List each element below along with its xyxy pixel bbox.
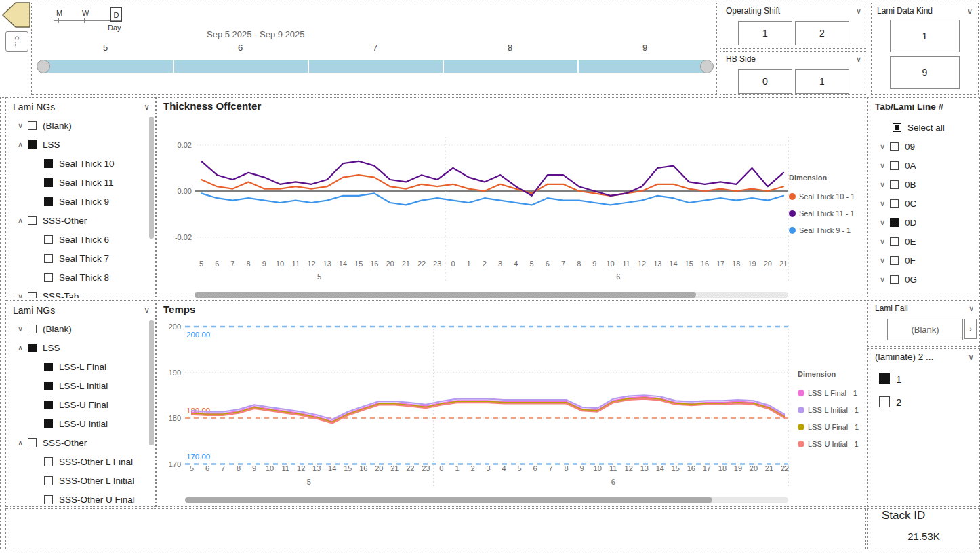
chevron-down-icon[interactable]: ∨ xyxy=(875,161,890,170)
chevron-down-icon[interactable]: ∨ xyxy=(967,7,973,15)
lami-ngs-top-item-seal-thick-8[interactable]: Seal Thick 8 xyxy=(6,268,155,287)
checkbox-unchecked[interactable] xyxy=(28,216,37,225)
select-all-checkbox[interactable] xyxy=(893,123,901,132)
lami-ngs-bottom-item-lss-u-intial[interactable]: LSS-U Intial xyxy=(6,414,155,433)
back-arrow-icon[interactable] xyxy=(1,1,31,28)
checkbox-unchecked[interactable] xyxy=(890,161,899,170)
lami-ngs-top-item-seal-thick-9[interactable]: Seal Thick 9 xyxy=(6,192,155,211)
chevron-right-button[interactable]: › xyxy=(964,319,977,339)
date-range-slider-track[interactable] xyxy=(38,60,712,73)
checkbox-unchecked[interactable] xyxy=(890,275,899,284)
lami-ngs-top-item-seal-thick-10[interactable]: Seal Thick 10 xyxy=(6,154,155,173)
legend-item[interactable]: Seal Thick 10 - 1 xyxy=(789,188,877,205)
lami-ngs-bottom-item-sss-other-u-final[interactable]: SSS-Other U Final xyxy=(6,490,155,506)
checkbox-unchecked[interactable] xyxy=(44,457,53,466)
checkbox-checked[interactable] xyxy=(44,363,53,371)
chevron-down-icon[interactable]: ∨ xyxy=(968,353,974,361)
chevron-down-icon[interactable]: ∨ xyxy=(875,142,890,151)
lami-ngs-bottom-item-lss-l-final[interactable]: LSS-L Final xyxy=(6,357,155,376)
laminate-item-2[interactable]: 2 xyxy=(876,390,979,413)
chevron-up-icon[interactable]: ∧ xyxy=(13,344,28,352)
lami-ngs-top-item--blank-[interactable]: ∨(Blank) xyxy=(6,116,155,135)
lami-ngs-bottom-item-sss-other-l-final[interactable]: SSS-Other L Final xyxy=(6,452,155,471)
chevron-down-icon[interactable]: ∨ xyxy=(875,180,890,189)
lami-ngs-top-item-seal-thick-11[interactable]: Seal Thick 11 xyxy=(6,173,155,192)
tab-lami-line-item-0c[interactable]: ∨0C xyxy=(868,194,979,213)
horizontal-scrollbar[interactable] xyxy=(185,497,788,503)
tab-lami-line-item-0g[interactable]: ∨0G xyxy=(868,270,979,289)
hb-side-option-1[interactable]: 1 xyxy=(795,69,849,94)
tab-lami-line-item-0d[interactable]: ∨0D xyxy=(868,213,979,232)
operating-shift-option-1[interactable]: 1 xyxy=(738,21,792,45)
lami-data-kind-option-9[interactable]: 9 xyxy=(890,56,960,89)
scrollbar-thumb[interactable] xyxy=(185,497,712,503)
chevron-down-icon[interactable]: ∨ xyxy=(856,56,861,63)
checkbox-unchecked[interactable] xyxy=(28,121,37,130)
checkbox-checked[interactable] xyxy=(44,419,53,428)
checkbox-unchecked[interactable] xyxy=(890,180,899,189)
granularity-month[interactable]: M xyxy=(56,9,62,17)
chevron-up-icon[interactable]: ∧ xyxy=(13,216,28,225)
checkbox-unchecked[interactable] xyxy=(44,273,53,282)
checkbox-checked[interactable] xyxy=(28,344,37,352)
granularity-day[interactable]: D xyxy=(110,7,122,22)
vertical-scrollbar[interactable] xyxy=(149,320,154,445)
checkbox-unchecked[interactable] xyxy=(890,256,899,265)
legend-item[interactable]: Seal Thick 11 - 1 xyxy=(789,205,877,222)
checkbox-unchecked[interactable] xyxy=(28,292,37,298)
lami-ngs-top-item-sss-other[interactable]: ∧SSS-Other xyxy=(6,211,155,230)
chevron-down-icon[interactable]: ∨ xyxy=(13,325,28,333)
tab-lami-line-item-0f[interactable]: ∨0F xyxy=(868,251,979,270)
granularity-week[interactable]: W xyxy=(82,9,89,17)
scrollbar-thumb[interactable] xyxy=(195,292,696,298)
lami-ngs-bottom-item-sss-other[interactable]: ∧SSS-Other xyxy=(6,433,155,452)
lami-ngs-bottom-item--blank-[interactable]: ∨(Blank) xyxy=(6,319,155,338)
checkbox-checked[interactable] xyxy=(44,197,53,206)
chevron-down-icon[interactable]: ∨ xyxy=(875,237,890,246)
checkbox-checked[interactable] xyxy=(44,382,53,390)
tab-lami-line-item-0a[interactable]: ∨0A xyxy=(868,156,979,175)
operating-shift-option-2[interactable]: 2 xyxy=(795,21,849,45)
checkbox-checked[interactable] xyxy=(44,401,53,409)
checkbox-checked[interactable] xyxy=(879,373,890,384)
chevron-down-icon[interactable]: ∨ xyxy=(875,218,890,227)
checkbox-checked[interactable] xyxy=(44,178,53,187)
lami-ngs-top-item-sss-tab[interactable]: ∨SSS-Tab xyxy=(6,287,155,298)
chevron-down-icon[interactable]: ∨ xyxy=(875,275,890,284)
checkbox-unchecked[interactable] xyxy=(879,396,890,407)
checkbox-unchecked[interactable] xyxy=(28,438,37,447)
vertical-scrollbar[interactable] xyxy=(149,117,154,239)
horizontal-scrollbar[interactable] xyxy=(195,292,788,298)
chevron-down-icon[interactable]: ∨ xyxy=(13,121,28,130)
checkbox-unchecked[interactable] xyxy=(44,476,53,485)
lami-ngs-top-item-lss[interactable]: ∧LSS xyxy=(6,135,155,154)
tab-lami-line-item-0b[interactable]: ∨0B xyxy=(868,175,979,194)
checkbox-unchecked[interactable] xyxy=(890,199,899,208)
checkbox-unchecked[interactable] xyxy=(44,495,53,504)
chevron-down-icon[interactable]: ∨ xyxy=(875,199,890,208)
lami-ngs-bottom-item-lss-u-final[interactable]: LSS-U Final xyxy=(6,395,155,414)
checkbox-unchecked[interactable] xyxy=(890,237,899,246)
laminate-item-1[interactable]: 1 xyxy=(876,367,979,390)
checkbox-unchecked[interactable] xyxy=(890,142,899,151)
slider-handle-left[interactable] xyxy=(37,60,50,73)
legend-item[interactable]: Seal Thick 9 - 1 xyxy=(789,222,877,239)
slider-handle-right[interactable] xyxy=(700,60,714,73)
lami-ngs-top-item-seal-thick-7[interactable]: Seal Thick 7 xyxy=(6,249,155,268)
checkbox-unchecked[interactable] xyxy=(44,254,53,263)
chevron-down-icon[interactable]: ∨ xyxy=(144,103,150,111)
chevron-down-icon[interactable]: ∨ xyxy=(13,292,28,298)
tab-lami-line-item-0e[interactable]: ∨0E xyxy=(868,232,979,251)
checkbox-checked[interactable] xyxy=(44,159,53,168)
checkbox-unchecked[interactable] xyxy=(44,235,53,244)
lami-ngs-top-item-seal-thick-6[interactable]: Seal Thick 6 xyxy=(6,230,155,249)
chevron-down-icon[interactable]: ∨ xyxy=(968,305,974,312)
select-all-row[interactable]: Select all xyxy=(868,118,979,137)
hb-side-option-0[interactable]: 0 xyxy=(738,69,792,94)
chevron-down-icon[interactable]: ∨ xyxy=(144,306,150,314)
checkbox-checked[interactable] xyxy=(890,218,899,227)
tab-lami-line-item-09[interactable]: ∨09 xyxy=(868,137,979,156)
lami-ngs-bottom-item-lss-l-initial[interactable]: LSS-L Initial xyxy=(6,376,155,395)
chevron-up-icon[interactable]: ∧ xyxy=(13,438,28,447)
chevron-down-icon[interactable]: ∨ xyxy=(856,7,861,15)
